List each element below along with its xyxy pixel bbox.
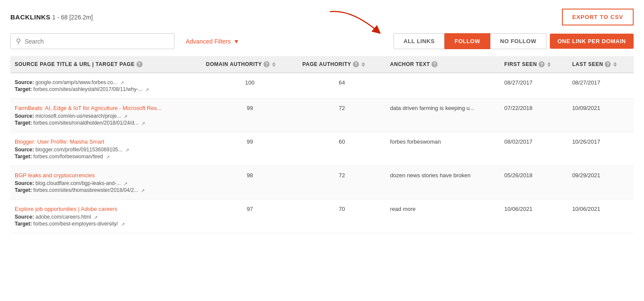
first-seen-cell: 07/22/2018: [500, 99, 568, 132]
source-url: Source: blogger.com/profile/091153606910…: [15, 147, 197, 153]
advanced-filters-label: Advanced Filters: [186, 38, 231, 45]
page-authority-cell: 60: [298, 132, 386, 166]
col-source-label: SOURCE PAGE TITLE & URL | TARGET PAGE: [15, 61, 135, 67]
anchor-help-icon: ?: [431, 61, 438, 67]
first-seen-sort-up[interactable]: [547, 62, 551, 64]
page-authority-cell: 64: [298, 73, 386, 99]
table-header-row: SOURCE PAGE TITLE & URL | TARGET PAGE ? …: [10, 56, 634, 73]
source-url: Source: adobe.com/careers.html ↗: [15, 214, 197, 220]
table-row: Blogger: User Profile: Maisha SmartSourc…: [10, 132, 634, 166]
first-seen-cell: 05/26/2018: [500, 166, 568, 200]
last-seen-cell: 10/09/2021: [568, 99, 634, 132]
filter-tabs-group: ALL LINKS FOLLOW NO FOLLOW ONE LINK PER …: [393, 33, 634, 49]
source-url: Source: google.com/amp/s/www.forbes.co..…: [15, 79, 197, 85]
external-link-icon: ↗: [124, 114, 129, 119]
page-authority-cell: 72: [298, 166, 386, 200]
tab-follow[interactable]: FOLLOW: [444, 33, 490, 49]
col-source: SOURCE PAGE TITLE & URL | TARGET PAGE ?: [10, 56, 202, 73]
domain-authority-cell: 100: [202, 73, 298, 99]
external-link-icon: ↗: [121, 222, 126, 227]
domain-authority-cell: 98: [202, 166, 298, 200]
col-page-authority: PAGE AUTHORITY ?: [298, 56, 386, 73]
table-row: Explore job opportunities | Adobe career…: [10, 200, 634, 233]
domain-authority-cell: 99: [202, 132, 298, 166]
pa-help-icon: ?: [353, 61, 359, 67]
first-seen-help-icon: ?: [539, 61, 545, 67]
tab-all-links[interactable]: ALL LINKS: [393, 33, 444, 49]
domain-authority-cell: 97: [202, 200, 298, 233]
col-da-label: DOMAIN AUTHORITY: [206, 61, 262, 67]
last-seen-cell: 09/29/2021: [568, 166, 634, 200]
last-seen-sort-arrows[interactable]: [613, 62, 617, 67]
search-wrapper: ⚲: [10, 33, 174, 49]
page-authority-cell: 72: [298, 99, 386, 132]
source-cell: Blogger: User Profile: Maisha SmartSourc…: [10, 132, 202, 166]
col-last-seen-label: LAST SEEN: [572, 61, 603, 67]
col-first-seen-label: FIRST SEEN: [504, 61, 537, 67]
pa-sort-up[interactable]: [362, 62, 365, 64]
page-authority-cell: 70: [298, 200, 386, 233]
external-link-icon: ↗: [145, 87, 150, 92]
backlinks-title: BACKLINKS 1 - 68 [226.2m]: [10, 13, 93, 21]
export-csv-button[interactable]: EXPORT TO CSV: [562, 9, 634, 25]
anchor-text-cell: dozen news stories have broken: [386, 166, 500, 200]
backlinks-table: SOURCE PAGE TITLE & URL | TARGET PAGE ? …: [10, 56, 634, 233]
target-url: Target: forbes.com/forbeswoman/feed ↗: [15, 154, 197, 160]
source-url: Source: microsoft.com/en-us/research/pro…: [15, 113, 197, 119]
external-link-icon: ↗: [125, 147, 130, 153]
search-input[interactable]: [25, 38, 169, 45]
backlinks-label: BACKLINKS: [10, 13, 51, 21]
da-sort-up[interactable]: [272, 62, 276, 64]
pa-sort-down[interactable]: [362, 65, 365, 67]
one-link-per-domain-button[interactable]: ONE LINK PER DOMAIN: [550, 34, 634, 49]
backlinks-count: 1 - 68 [226.2m]: [52, 14, 93, 21]
anchor-text-cell: [386, 73, 500, 99]
pa-sort-arrows[interactable]: [362, 62, 365, 67]
external-link-icon: ↗: [124, 181, 129, 186]
first-seen-cell: 08/02/2017: [500, 132, 568, 166]
table-row: Source: google.com/amp/s/www.forbes.co..…: [10, 73, 634, 99]
external-link-icon: ↗: [94, 215, 99, 220]
external-link-icon: ↗: [141, 121, 146, 126]
col-first-seen: FIRST SEEN ?: [500, 56, 568, 73]
source-cell: Source: google.com/amp/s/www.forbes.co..…: [10, 73, 202, 99]
source-title-link[interactable]: Blogger: User Profile: Maisha Smart: [15, 138, 197, 145]
first-seen-sort-down[interactable]: [547, 65, 551, 67]
source-cell: FarmBeats: AI, Edge & IoT for Agricultur…: [10, 99, 202, 132]
domain-authority-cell: 99: [202, 99, 298, 132]
last-seen-sort-down[interactable]: [613, 65, 617, 67]
chevron-down-icon: ▼: [233, 38, 239, 45]
tab-no-follow[interactable]: NO FOLLOW: [490, 33, 546, 49]
source-title-link[interactable]: Explore job opportunities | Adobe career…: [15, 206, 197, 212]
header-row: BACKLINKS 1 - 68 [226.2m] EXPORT TO CSV: [10, 9, 634, 25]
target-url: Target: forbes.com/sites/ashleystahl/201…: [15, 86, 197, 92]
table-row: FarmBeats: AI, Edge & IoT for Agricultur…: [10, 99, 634, 132]
source-title-link[interactable]: FarmBeats: AI, Edge & IoT for Agricultur…: [15, 105, 197, 111]
external-link-icon: ↗: [120, 80, 125, 85]
source-cell: Explore job opportunities | Adobe career…: [10, 200, 202, 233]
last-seen-cell: 10/26/2017: [568, 132, 634, 166]
external-link-icon: ↗: [106, 154, 111, 160]
last-seen-cell: 10/06/2021: [568, 200, 634, 233]
filter-row: ⚲ Advanced Filters ▼ ALL LINKS FOLLOW NO…: [10, 33, 634, 49]
external-link-icon: ↗: [141, 188, 146, 193]
target-url: Target: forbes.com/sites/thomasbrewster/…: [15, 187, 197, 193]
da-sort-down[interactable]: [272, 65, 276, 67]
last-seen-help-icon: ?: [605, 61, 611, 67]
table-row: BGP leaks and cryptocurrenciesSource: bl…: [10, 166, 634, 200]
source-title-link[interactable]: BGP leaks and cryptocurrencies: [15, 172, 197, 179]
target-url: Target: forbes.com/sites/ronaldholden/20…: [15, 120, 197, 126]
first-seen-cell: 10/06/2021: [500, 200, 568, 233]
da-sort-arrows[interactable]: [272, 62, 276, 67]
table-body: Source: google.com/amp/s/www.forbes.co..…: [10, 73, 634, 233]
target-url: Target: forbes.com/best-employers-divers…: [15, 221, 197, 227]
da-help-icon: ?: [263, 61, 270, 67]
anchor-text-cell: read more: [386, 200, 500, 233]
source-url: Source: blog.cloudflare.com/bgp-leaks-an…: [15, 180, 197, 186]
col-last-seen: LAST SEEN ?: [568, 56, 634, 73]
first-seen-sort-arrows[interactable]: [547, 62, 551, 67]
last-seen-sort-up[interactable]: [613, 62, 617, 64]
anchor-text-cell: data driven farming is keeping u...: [386, 99, 500, 132]
advanced-filters-button[interactable]: Advanced Filters ▼: [179, 34, 246, 48]
last-seen-cell: 08/27/2017: [568, 73, 634, 99]
